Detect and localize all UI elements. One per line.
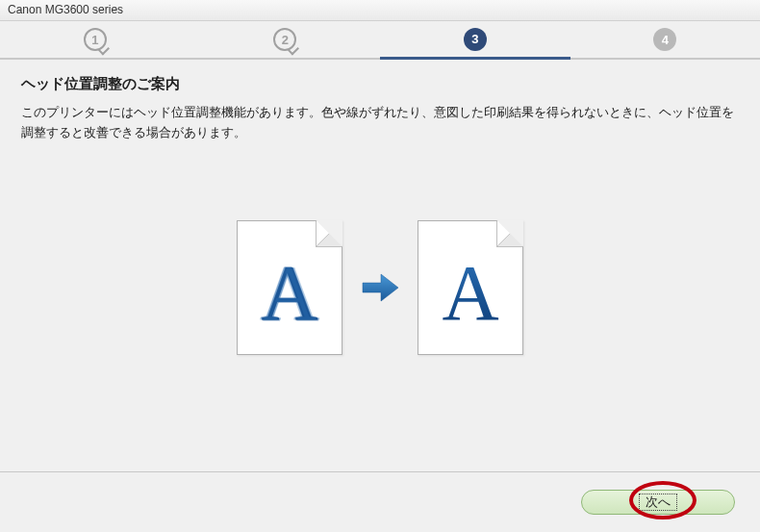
step-3-badge: 3 <box>464 28 487 51</box>
aligned-page-icon: A <box>418 220 523 355</box>
footer-bar: 次へ <box>0 471 760 531</box>
step-indicator: 1 2 3 4 <box>0 21 760 60</box>
page-description: このプリンターにはヘッド位置調整機能があります。色や線がずれたり、意図した印刷結… <box>21 103 739 143</box>
step-4-badge: 4 <box>653 28 676 51</box>
step-2: 2 <box>190 21 381 60</box>
step-2-badge: 2 <box>273 28 296 51</box>
arrow-right-icon <box>360 267 400 308</box>
step-1-badge: 1 <box>84 28 107 51</box>
aligned-letter: A <box>442 254 498 333</box>
misaligned-letter: A <box>261 254 317 333</box>
next-button[interactable]: 次へ <box>581 490 735 515</box>
page-heading: ヘッド位置調整のご案内 <box>21 75 739 93</box>
next-button-label: 次へ <box>639 494 677 511</box>
step-4: 4 <box>570 21 761 60</box>
window-title: Canon MG3600 series <box>8 3 123 16</box>
step-1: 1 <box>0 21 190 60</box>
alignment-illustration: A A <box>21 220 739 355</box>
misaligned-page-icon: A <box>237 220 342 355</box>
step-3: 3 <box>380 21 570 60</box>
window-title-bar: Canon MG3600 series <box>0 0 760 21</box>
main-content: ヘッド位置調整のご案内 このプリンターにはヘッド位置調整機能があります。色や線が… <box>0 60 760 471</box>
